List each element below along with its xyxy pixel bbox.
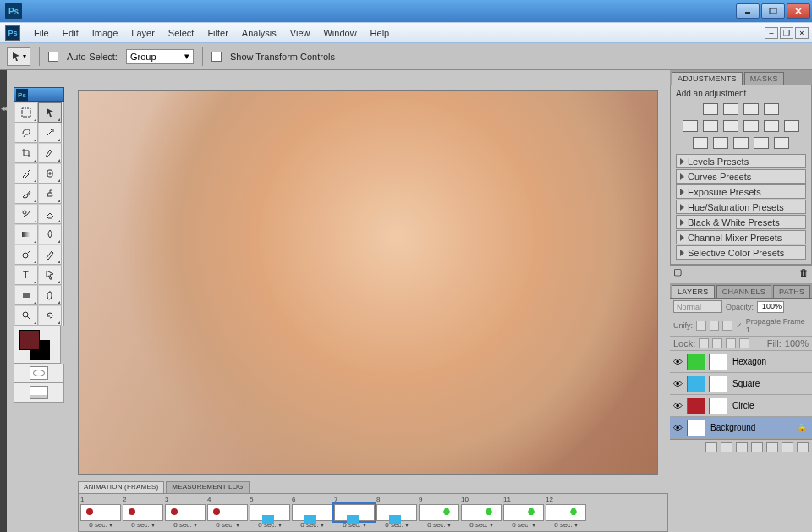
color-balance-icon[interactable] [723, 120, 738, 132]
menu-view[interactable]: View [283, 25, 317, 41]
frame-delay[interactable]: 0 sec. ▾ [165, 521, 206, 529]
curves-icon[interactable] [743, 103, 759, 115]
trash-icon[interactable]: 🗑 [799, 267, 809, 277]
quick-mask-button[interactable] [14, 364, 64, 383]
animation-frame[interactable]: 10 sec. ▾ [80, 496, 121, 529]
layer-thumbnail[interactable] [687, 354, 705, 370]
lock-pixels-icon[interactable] [712, 338, 722, 348]
tab-adjustments[interactable]: Adjustments [672, 72, 743, 85]
color-swatches[interactable] [14, 326, 61, 364]
opacity-input[interactable]: 100% [757, 301, 784, 313]
clip-icon[interactable]: ▢ [673, 266, 682, 277]
bw-icon[interactable] [743, 120, 759, 132]
menu-select[interactable]: Select [162, 25, 201, 41]
preset-hue-saturation-presets[interactable]: Hue/Saturation Presets [676, 200, 806, 214]
tab-masks[interactable]: Masks [744, 72, 784, 85]
animation-frame[interactable]: 90 sec. ▾ [419, 496, 459, 529]
hue-icon[interactable] [703, 120, 718, 132]
lock-transparency-icon[interactable] [699, 338, 709, 348]
lock-all-icon[interactable] [739, 338, 749, 348]
layer-row[interactable]: 👁Circle [670, 395, 812, 417]
tool-dodge[interactable] [14, 244, 38, 265]
tool-eraser[interactable] [38, 204, 62, 224]
toolbox-panel[interactable]: Ps T [14, 87, 64, 403]
tool-hand[interactable] [38, 285, 62, 305]
tool-eyedropper[interactable] [14, 163, 38, 184]
doc-close-button[interactable]: × [795, 27, 809, 39]
new-layer-icon[interactable] [782, 442, 793, 452]
mask-icon[interactable] [736, 442, 748, 452]
group-icon[interactable] [766, 442, 778, 452]
animation-frame[interactable]: 120 sec. ▾ [546, 496, 586, 529]
frame-delay[interactable]: 0 sec. ▾ [503, 521, 544, 529]
menu-filter[interactable]: Filter [200, 25, 234, 41]
tab-animation-frames[interactable]: Animation (Frames) [78, 481, 164, 493]
photo-filter-icon[interactable] [764, 120, 779, 132]
tab-layers[interactable]: Layers [672, 285, 715, 298]
app-menu-icon[interactable]: Ps [5, 25, 20, 41]
preset-black-white-presets[interactable]: Black & White Presets [676, 215, 806, 229]
menu-layer[interactable]: Layer [124, 25, 162, 41]
tool-spot-heal[interactable] [38, 163, 62, 184]
frame-delay[interactable]: 0 sec. ▾ [461, 521, 502, 529]
unify-visibility-icon[interactable] [710, 321, 720, 331]
adjustment-layer-icon[interactable] [751, 442, 763, 452]
visibility-icon[interactable]: 👁 [670, 401, 685, 411]
menu-edit[interactable]: Edit [56, 25, 85, 41]
animation-frame[interactable]: 100 sec. ▾ [461, 496, 502, 529]
menu-help[interactable]: Help [364, 25, 397, 41]
animation-frame[interactable]: 50 sec. ▾ [250, 496, 290, 529]
link-icon[interactable] [705, 442, 717, 452]
tool-slice[interactable] [38, 143, 62, 163]
tool-crop[interactable] [14, 143, 38, 163]
frame-delay[interactable]: 0 sec. ▾ [546, 521, 586, 529]
tool-path-select[interactable] [38, 265, 62, 285]
frame-delay[interactable]: 0 sec. ▾ [123, 521, 163, 529]
frame-delay[interactable]: 0 sec. ▾ [80, 521, 121, 529]
tool-rectangular-marquee[interactable] [14, 102, 38, 123]
active-tool-indicator[interactable]: ▾ [7, 47, 30, 66]
animation-frame[interactable]: 30 sec. ▾ [165, 496, 206, 529]
frame-delay[interactable]: 0 sec. ▾ [419, 521, 459, 529]
minimize-button[interactable] [736, 3, 760, 19]
tool-gradient[interactable] [14, 224, 38, 244]
layer-mask-thumbnail[interactable] [709, 354, 727, 370]
preset-selective-color-presets[interactable]: Selective Color Presets [676, 245, 806, 260]
exposure-icon[interactable] [764, 103, 779, 115]
visibility-icon[interactable]: 👁 [670, 357, 685, 367]
blend-mode-dropdown[interactable]: Normal [673, 300, 722, 313]
layer-row[interactable]: 👁Hexagon [670, 351, 812, 373]
close-button[interactable] [787, 3, 810, 19]
preset-levels-presets[interactable]: Levels Presets [676, 154, 806, 168]
animation-frame[interactable]: 80 sec. ▾ [376, 496, 417, 529]
tool-magic-wand[interactable] [38, 123, 62, 143]
screen-mode-button[interactable] [14, 383, 64, 403]
auto-select-checkbox[interactable] [48, 52, 58, 62]
visibility-icon[interactable]: 👁 [670, 379, 685, 389]
animation-frame[interactable]: 110 sec. ▾ [503, 496, 544, 529]
foreground-swatch[interactable] [19, 330, 40, 350]
tool-blur[interactable] [38, 224, 62, 244]
lock-position-icon[interactable] [726, 338, 736, 348]
document-canvas[interactable] [78, 90, 658, 475]
layer-thumbnail[interactable] [687, 398, 705, 414]
tool-type[interactable]: T [14, 265, 38, 285]
toolbox-header[interactable]: Ps [14, 87, 64, 102]
vibrance-icon[interactable] [683, 120, 698, 132]
delete-layer-icon[interactable] [797, 442, 809, 452]
animation-frame[interactable]: 20 sec. ▾ [123, 496, 163, 529]
tool-move[interactable] [38, 102, 62, 123]
tab-channels[interactable]: Channels [716, 285, 771, 298]
doc-restore-button[interactable]: ❐ [780, 27, 793, 39]
menu-analysis[interactable]: Analysis [235, 25, 283, 41]
tool-clone-stamp[interactable] [38, 184, 62, 204]
visibility-icon[interactable]: 👁 [670, 423, 685, 433]
tool-history-brush[interactable] [14, 204, 38, 224]
propagate-label[interactable]: Propagate Frame 1 [746, 317, 809, 334]
layer-mask-thumbnail[interactable] [709, 376, 727, 392]
fill-input[interactable]: 100% [785, 338, 809, 348]
fx-icon[interactable] [721, 442, 732, 452]
animation-frame[interactable]: 40 sec. ▾ [207, 496, 248, 529]
animation-frame[interactable]: 60 sec. ▾ [292, 496, 332, 529]
tab-measurement-log[interactable]: Measurement Log [166, 481, 249, 493]
